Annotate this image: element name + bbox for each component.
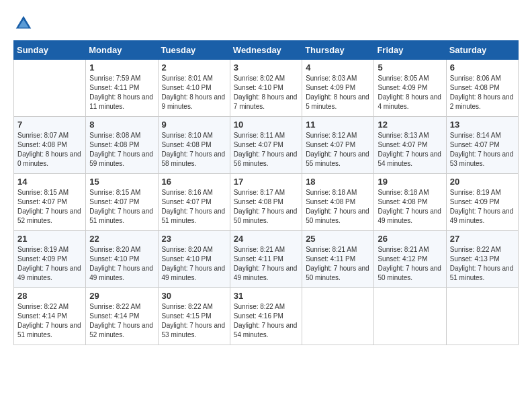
cell-info: Sunrise: 8:06 AMSunset: 4:08 PMDaylight:… xyxy=(450,74,515,111)
calendar-cell: 9Sunrise: 8:10 AMSunset: 4:08 PMDaylight… xyxy=(158,117,230,174)
day-header-sunday: Sunday xyxy=(14,41,86,60)
day-number: 8 xyxy=(89,120,154,130)
cell-info: Sunrise: 8:05 AMSunset: 4:09 PMDaylight:… xyxy=(378,74,442,111)
calendar-cell: 25Sunrise: 8:21 AMSunset: 4:11 PMDayligh… xyxy=(302,231,374,288)
calendar-cell xyxy=(14,60,86,117)
cell-info: Sunrise: 8:10 AMSunset: 4:08 PMDaylight:… xyxy=(162,131,226,169)
cell-info: Sunrise: 8:16 AMSunset: 4:07 PMDaylight:… xyxy=(162,188,226,226)
cell-info: Sunrise: 8:17 AMSunset: 4:08 PMDaylight:… xyxy=(234,188,298,226)
calendar-cell: 21Sunrise: 8:19 AMSunset: 4:09 PMDayligh… xyxy=(14,231,86,288)
calendar-cell xyxy=(446,288,518,345)
cell-info: Sunrise: 8:20 AMSunset: 4:10 PMDaylight:… xyxy=(89,245,154,283)
cell-info: Sunrise: 8:20 AMSunset: 4:10 PMDaylight:… xyxy=(162,245,226,283)
day-number: 15 xyxy=(89,177,154,187)
cell-info: Sunrise: 8:03 AMSunset: 4:09 PMDaylight:… xyxy=(306,74,370,111)
calendar-cell: 5Sunrise: 8:05 AMSunset: 4:09 PMDaylight… xyxy=(374,60,446,117)
day-number: 24 xyxy=(234,234,298,244)
cell-info: Sunrise: 8:11 AMSunset: 4:07 PMDaylight:… xyxy=(234,131,298,169)
calendar-cell: 10Sunrise: 8:11 AMSunset: 4:07 PMDayligh… xyxy=(230,117,302,174)
calendar-cell: 4Sunrise: 8:03 AMSunset: 4:09 PMDaylight… xyxy=(302,60,374,117)
day-number: 6 xyxy=(450,62,515,73)
day-header-tuesday: Tuesday xyxy=(158,41,230,60)
day-header-thursday: Thursday xyxy=(302,41,374,60)
calendar-cell xyxy=(374,288,446,345)
calendar-cell: 31Sunrise: 8:22 AMSunset: 4:16 PMDayligh… xyxy=(230,288,302,345)
day-header-wednesday: Wednesday xyxy=(230,41,302,60)
week-row-1: 7Sunrise: 8:07 AMSunset: 4:08 PMDaylight… xyxy=(14,117,519,174)
day-number: 16 xyxy=(162,177,226,187)
cell-info: Sunrise: 8:22 AMSunset: 4:13 PMDaylight:… xyxy=(450,245,515,283)
week-row-4: 28Sunrise: 8:22 AMSunset: 4:14 PMDayligh… xyxy=(14,288,519,345)
cell-info: Sunrise: 8:18 AMSunset: 4:08 PMDaylight:… xyxy=(378,188,442,226)
day-number: 4 xyxy=(306,62,370,73)
cell-info: Sunrise: 8:13 AMSunset: 4:07 PMDaylight:… xyxy=(378,131,442,169)
calendar-cell: 22Sunrise: 8:20 AMSunset: 4:10 PMDayligh… xyxy=(86,231,158,288)
day-number: 11 xyxy=(306,120,370,130)
calendar-cell: 12Sunrise: 8:13 AMSunset: 4:07 PMDayligh… xyxy=(374,117,446,174)
calendar-cell: 23Sunrise: 8:20 AMSunset: 4:10 PMDayligh… xyxy=(158,231,230,288)
day-number: 14 xyxy=(17,177,82,187)
day-number: 1 xyxy=(89,62,154,73)
day-number: 23 xyxy=(162,234,226,244)
calendar-cell: 14Sunrise: 8:15 AMSunset: 4:07 PMDayligh… xyxy=(14,174,86,231)
cell-info: Sunrise: 8:15 AMSunset: 4:07 PMDaylight:… xyxy=(17,188,82,226)
cell-info: Sunrise: 8:21 AMSunset: 4:11 PMDaylight:… xyxy=(306,245,370,283)
page-header xyxy=(13,13,519,34)
cell-info: Sunrise: 8:18 AMSunset: 4:08 PMDaylight:… xyxy=(306,188,370,226)
cell-info: Sunrise: 8:19 AMSunset: 4:09 PMDaylight:… xyxy=(17,245,82,283)
day-number: 19 xyxy=(378,177,442,187)
cell-info: Sunrise: 8:07 AMSunset: 4:08 PMDaylight:… xyxy=(17,131,82,169)
calendar-cell: 1Sunrise: 7:59 AMSunset: 4:11 PMDaylight… xyxy=(86,60,158,117)
day-number: 2 xyxy=(162,62,226,73)
cell-info: Sunrise: 8:12 AMSunset: 4:07 PMDaylight:… xyxy=(306,131,370,169)
calendar-cell: 18Sunrise: 8:18 AMSunset: 4:08 PMDayligh… xyxy=(302,174,374,231)
calendar-cell: 20Sunrise: 8:19 AMSunset: 4:09 PMDayligh… xyxy=(446,174,518,231)
cell-info: Sunrise: 8:01 AMSunset: 4:10 PMDaylight:… xyxy=(162,74,226,111)
logo-icon xyxy=(13,13,34,34)
logo xyxy=(13,13,36,34)
week-row-2: 14Sunrise: 8:15 AMSunset: 4:07 PMDayligh… xyxy=(14,174,519,231)
day-number: 29 xyxy=(89,291,154,301)
day-number: 3 xyxy=(234,62,298,73)
week-row-0: 1Sunrise: 7:59 AMSunset: 4:11 PMDaylight… xyxy=(14,60,519,117)
calendar-cell xyxy=(302,288,374,345)
day-number: 22 xyxy=(89,234,154,244)
cell-info: Sunrise: 8:22 AMSunset: 4:14 PMDaylight:… xyxy=(89,302,154,340)
calendar-cell: 30Sunrise: 8:22 AMSunset: 4:15 PMDayligh… xyxy=(158,288,230,345)
calendar-cell: 19Sunrise: 8:18 AMSunset: 4:08 PMDayligh… xyxy=(374,174,446,231)
calendar-cell: 17Sunrise: 8:17 AMSunset: 4:08 PMDayligh… xyxy=(230,174,302,231)
calendar-cell: 16Sunrise: 8:16 AMSunset: 4:07 PMDayligh… xyxy=(158,174,230,231)
calendar-cell: 26Sunrise: 8:21 AMSunset: 4:12 PMDayligh… xyxy=(374,231,446,288)
calendar-cell: 2Sunrise: 8:01 AMSunset: 4:10 PMDaylight… xyxy=(158,60,230,117)
day-number: 12 xyxy=(378,120,442,130)
calendar-cell: 11Sunrise: 8:12 AMSunset: 4:07 PMDayligh… xyxy=(302,117,374,174)
cell-info: Sunrise: 8:02 AMSunset: 4:10 PMDaylight:… xyxy=(234,74,298,111)
calendar-cell: 29Sunrise: 8:22 AMSunset: 4:14 PMDayligh… xyxy=(86,288,158,345)
header-row: SundayMondayTuesdayWednesdayThursdayFrid… xyxy=(14,41,519,60)
calendar-cell: 8Sunrise: 8:08 AMSunset: 4:08 PMDaylight… xyxy=(86,117,158,174)
calendar-cell: 7Sunrise: 8:07 AMSunset: 4:08 PMDaylight… xyxy=(14,117,86,174)
day-number: 25 xyxy=(306,234,370,244)
cell-info: Sunrise: 8:14 AMSunset: 4:07 PMDaylight:… xyxy=(450,131,515,169)
day-number: 5 xyxy=(378,62,442,73)
day-number: 9 xyxy=(162,120,226,130)
calendar-cell: 15Sunrise: 8:15 AMSunset: 4:07 PMDayligh… xyxy=(86,174,158,231)
cell-info: Sunrise: 8:08 AMSunset: 4:08 PMDaylight:… xyxy=(89,131,154,169)
cell-info: Sunrise: 8:22 AMSunset: 4:14 PMDaylight:… xyxy=(17,302,82,340)
day-number: 20 xyxy=(450,177,515,187)
day-number: 31 xyxy=(234,291,298,301)
day-header-saturday: Saturday xyxy=(446,41,518,60)
day-header-monday: Monday xyxy=(86,41,158,60)
day-number: 28 xyxy=(17,291,82,301)
day-number: 30 xyxy=(162,291,226,301)
calendar-cell: 28Sunrise: 8:22 AMSunset: 4:14 PMDayligh… xyxy=(14,288,86,345)
day-number: 7 xyxy=(17,120,82,130)
cell-info: Sunrise: 8:22 AMSunset: 4:16 PMDaylight:… xyxy=(234,302,298,340)
day-number: 26 xyxy=(378,234,442,244)
calendar-cell: 27Sunrise: 8:22 AMSunset: 4:13 PMDayligh… xyxy=(446,231,518,288)
cell-info: Sunrise: 8:19 AMSunset: 4:09 PMDaylight:… xyxy=(450,188,515,226)
calendar-cell: 6Sunrise: 8:06 AMSunset: 4:08 PMDaylight… xyxy=(446,60,518,117)
calendar-cell: 24Sunrise: 8:21 AMSunset: 4:11 PMDayligh… xyxy=(230,231,302,288)
calendar-cell: 3Sunrise: 8:02 AMSunset: 4:10 PMDaylight… xyxy=(230,60,302,117)
calendar-cell: 13Sunrise: 8:14 AMSunset: 4:07 PMDayligh… xyxy=(446,117,518,174)
